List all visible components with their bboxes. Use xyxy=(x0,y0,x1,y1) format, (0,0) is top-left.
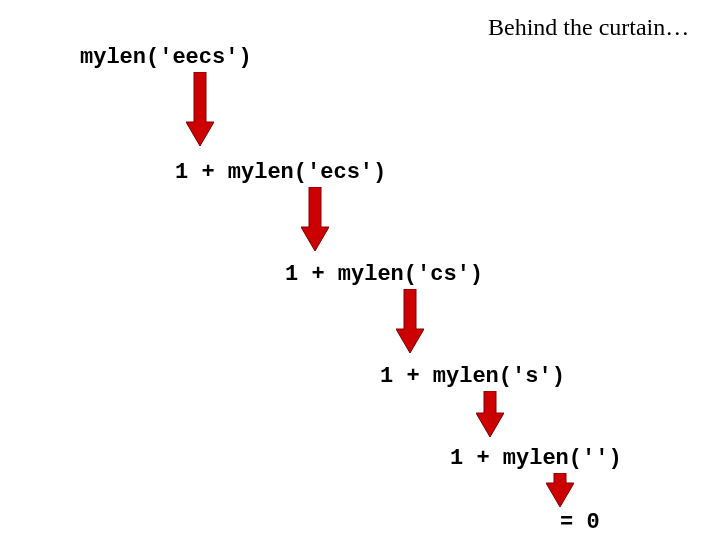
step-2: 1 + mylen('cs') xyxy=(285,262,483,287)
page-title: Behind the curtain… xyxy=(488,14,689,41)
arrow-down-icon xyxy=(546,473,574,507)
arrow-down-icon xyxy=(476,391,504,437)
arrow-down-icon xyxy=(186,72,214,146)
arrow-down-icon xyxy=(396,289,424,353)
step-1: 1 + mylen('ecs') xyxy=(175,160,386,185)
step-5: = 0 xyxy=(560,510,600,535)
arrow-down-icon xyxy=(301,187,329,251)
step-0: mylen('eecs') xyxy=(80,45,252,70)
step-3: 1 + mylen('s') xyxy=(380,364,565,389)
step-4: 1 + mylen('') xyxy=(450,446,622,471)
